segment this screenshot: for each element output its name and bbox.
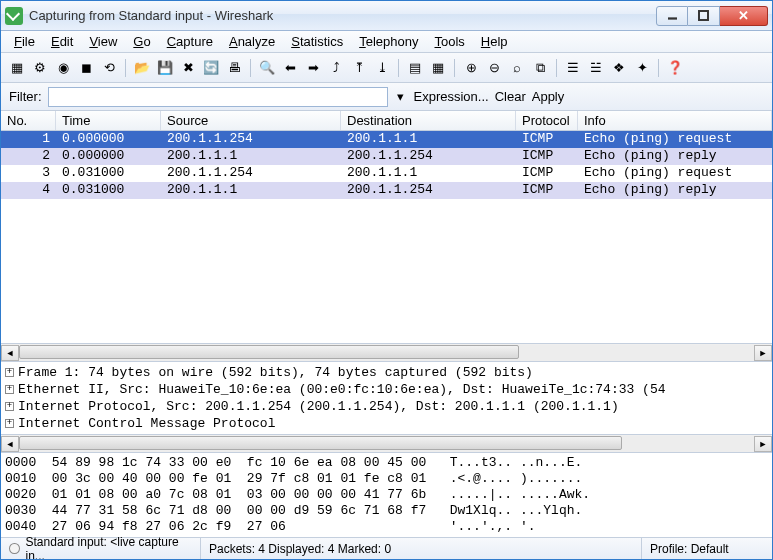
hex-row[interactable]: 0040 27 06 94 f8 27 06 2c f9 27 06 '...'…	[5, 519, 768, 535]
hex-row[interactable]: 0030 44 77 31 58 6c 71 d8 00 00 00 d9 59…	[5, 503, 768, 519]
packet-list[interactable]: 10.000000200.1.1.254200.1.1.1ICMPEcho (p…	[1, 131, 772, 199]
col-header-src[interactable]: Source	[161, 111, 341, 130]
go-first-icon[interactable]: ⤒	[349, 58, 369, 78]
menu-view[interactable]: View	[82, 32, 124, 51]
clear-button[interactable]: Clear	[495, 89, 526, 104]
status-counts: Packets: 4 Displayed: 4 Marked: 0	[201, 538, 642, 559]
packet-details-pane[interactable]: +Frame 1: 74 bytes on wire (592 bits), 7…	[1, 361, 772, 434]
expand-icon[interactable]: +	[5, 419, 14, 428]
display-filters-icon[interactable]: ☱	[586, 58, 606, 78]
packet-list-header: No. Time Source Destination Protocol Inf…	[1, 111, 772, 131]
menu-help[interactable]: Help	[474, 32, 515, 51]
col-header-time[interactable]: Time	[56, 111, 161, 130]
col-header-proto[interactable]: Protocol	[516, 111, 578, 130]
scroll-left-icon[interactable]: ◄	[1, 345, 19, 361]
start-capture-icon[interactable]: ◉	[53, 58, 73, 78]
packet-row[interactable]: 40.031000200.1.1.1200.1.1.254ICMPEcho (p…	[1, 182, 772, 199]
filter-bar: Filter: ▾ Expression... Clear Apply	[1, 83, 772, 111]
packet-row[interactable]: 10.000000200.1.1.254200.1.1.1ICMPEcho (p…	[1, 131, 772, 148]
hex-row[interactable]: 0020 01 01 08 00 a0 7c 08 01 03 00 00 00…	[5, 487, 768, 503]
expand-icon[interactable]: +	[5, 402, 14, 411]
menu-file[interactable]: File	[7, 32, 42, 51]
packet-bytes-pane[interactable]: 0000 54 89 98 1c 74 33 00 e0 fc 10 6e ea…	[1, 452, 772, 537]
menu-capture[interactable]: Capture	[160, 32, 220, 51]
window-titlebar: Capturing from Standard input - Wireshar…	[1, 1, 772, 31]
save-file-icon[interactable]: 💾	[155, 58, 175, 78]
help-icon[interactable]: ❓	[665, 58, 685, 78]
open-file-icon[interactable]: 📂	[132, 58, 152, 78]
packet-row[interactable]: 30.031000200.1.1.254200.1.1.1ICMPEcho (p…	[1, 165, 772, 182]
scroll-right-icon[interactable]: ►	[754, 345, 772, 361]
packet-list-blank	[1, 199, 772, 343]
scroll-left-icon[interactable]: ◄	[1, 436, 19, 452]
menu-statistics[interactable]: Statistics	[284, 32, 350, 51]
reload-icon[interactable]: 🔄	[201, 58, 221, 78]
app-icon	[5, 7, 23, 25]
colorize-icon[interactable]: ▤	[405, 58, 425, 78]
zoom-out-icon[interactable]: ⊖	[484, 58, 504, 78]
coloring-rules-icon[interactable]: ❖	[609, 58, 629, 78]
toolbar: ▦⚙◉◼⟲📂💾✖🔄🖶🔍⬅➡⤴⤒⤓▤▦⊕⊖⌕⧉☰☱❖✦❓	[1, 53, 772, 83]
filter-label: Filter:	[9, 89, 42, 104]
resize-cols-icon[interactable]: ⧉	[530, 58, 550, 78]
window-title: Capturing from Standard input - Wireshar…	[29, 8, 656, 23]
svg-rect-1	[699, 11, 708, 20]
close-button[interactable]: ✕	[720, 6, 768, 26]
menu-go[interactable]: Go	[126, 32, 157, 51]
interfaces-icon[interactable]: ▦	[7, 58, 27, 78]
detail-row[interactable]: +Internet Protocol, Src: 200.1.1.254 (20…	[5, 398, 768, 415]
go-back-icon[interactable]: ⬅	[280, 58, 300, 78]
stop-capture-icon[interactable]: ◼	[76, 58, 96, 78]
detail-row[interactable]: +Ethernet II, Src: HuaweiTe_10:6e:ea (00…	[5, 381, 768, 398]
expression-button[interactable]: Expression...	[414, 89, 489, 104]
col-header-dst[interactable]: Destination	[341, 111, 516, 130]
prefs-icon[interactable]: ✦	[632, 58, 652, 78]
hex-row[interactable]: 0010 00 3c 00 40 00 00 fe 01 29 7f c8 01…	[5, 471, 768, 487]
menu-analyze[interactable]: Analyze	[222, 32, 282, 51]
apply-button[interactable]: Apply	[532, 89, 565, 104]
packet-list-hscroll[interactable]: ◄ ►	[1, 343, 772, 361]
go-to-icon[interactable]: ⤴	[326, 58, 346, 78]
close-file-icon[interactable]: ✖	[178, 58, 198, 78]
minimize-button[interactable]	[656, 6, 688, 26]
go-last-icon[interactable]: ⤓	[372, 58, 392, 78]
hex-row[interactable]: 0000 54 89 98 1c 74 33 00 e0 fc 10 6e ea…	[5, 455, 768, 471]
menu-edit[interactable]: Edit	[44, 32, 80, 51]
filter-input[interactable]	[48, 87, 388, 107]
menu-telephony[interactable]: Telephony	[352, 32, 425, 51]
status-profile[interactable]: Profile: Default	[642, 538, 772, 559]
find-icon[interactable]: 🔍	[257, 58, 277, 78]
scroll-right-icon[interactable]: ►	[754, 436, 772, 452]
status-indicator-icon	[9, 543, 20, 554]
zoom-in-icon[interactable]: ⊕	[461, 58, 481, 78]
details-hscroll[interactable]: ◄ ►	[1, 434, 772, 452]
go-forward-icon[interactable]: ➡	[303, 58, 323, 78]
menubar: FileEditViewGoCaptureAnalyzeStatisticsTe…	[1, 31, 772, 53]
col-header-no[interactable]: No.	[1, 111, 56, 130]
filter-dropdown-icon[interactable]: ▾	[394, 90, 408, 104]
packet-row[interactable]: 20.000000200.1.1.1200.1.1.254ICMPEcho (p…	[1, 148, 772, 165]
options-icon[interactable]: ⚙	[30, 58, 50, 78]
menu-tools[interactable]: Tools	[428, 32, 472, 51]
detail-row[interactable]: +Internet Control Message Protocol	[5, 415, 768, 432]
col-header-info[interactable]: Info	[578, 111, 772, 130]
auto-scroll-icon[interactable]: ▦	[428, 58, 448, 78]
expand-icon[interactable]: +	[5, 385, 14, 394]
status-bar: Standard input: <live capture in... Pack…	[1, 537, 772, 559]
capture-filters-icon[interactable]: ☰	[563, 58, 583, 78]
status-source: Standard input: <live capture in...	[26, 535, 192, 561]
print-icon[interactable]: 🖶	[224, 58, 244, 78]
zoom-reset-icon[interactable]: ⌕	[507, 58, 527, 78]
restart-capture-icon[interactable]: ⟲	[99, 58, 119, 78]
maximize-button[interactable]	[688, 6, 720, 26]
detail-row[interactable]: +Frame 1: 74 bytes on wire (592 bits), 7…	[5, 364, 768, 381]
expand-icon[interactable]: +	[5, 368, 14, 377]
